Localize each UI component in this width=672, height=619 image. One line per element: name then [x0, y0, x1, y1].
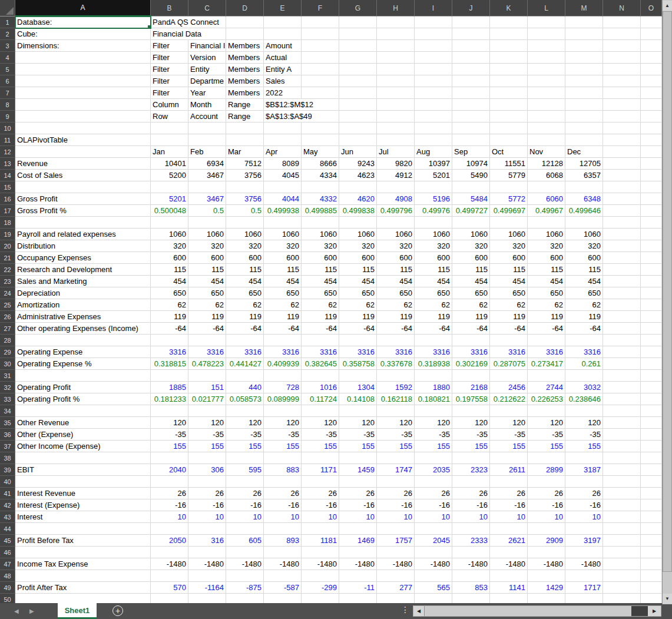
cell-F37[interactable]: 155 — [302, 441, 339, 452]
cell-B48[interactable] — [151, 570, 188, 582]
cell-L30[interactable]: 0.273417 — [528, 358, 565, 370]
cell-E49[interactable]: -587 — [264, 582, 302, 594]
cell-A19[interactable]: Payroll and related expenses — [15, 229, 151, 240]
cell-J11[interactable] — [452, 134, 490, 146]
cell-F1[interactable] — [302, 16, 339, 28]
cell-M43[interactable]: 10 — [565, 511, 603, 523]
row-header-9[interactable]: 9 — [0, 111, 15, 123]
cell-B7[interactable]: Filter — [151, 87, 188, 99]
cell-O29[interactable] — [641, 346, 662, 358]
cell-A39[interactable]: EBIT — [15, 464, 151, 476]
cell-B4[interactable]: Filter — [151, 52, 188, 64]
cell-A1[interactable]: Database: — [15, 16, 151, 28]
cell-E31[interactable] — [264, 370, 302, 382]
cell-A11[interactable]: OLAPivotTable — [15, 134, 151, 146]
cell-K15[interactable] — [490, 181, 528, 193]
cell-H18[interactable] — [377, 217, 415, 229]
column-header-B[interactable]: B — [151, 0, 188, 16]
column-header-N[interactable]: N — [603, 0, 641, 16]
cell-G13[interactable]: 9243 — [339, 158, 377, 170]
cell-M50[interactable] — [565, 594, 603, 603]
cell-M8[interactable] — [565, 99, 603, 111]
cell-D5[interactable]: Members — [226, 64, 264, 75]
row-header-42[interactable]: 42 — [0, 499, 15, 511]
cell-N49[interactable] — [603, 582, 641, 594]
cell-G1[interactable] — [339, 16, 377, 28]
row-header-19[interactable]: 19 — [0, 229, 15, 240]
cell-N33[interactable] — [603, 393, 641, 405]
cell-B32[interactable]: 1885 — [151, 382, 188, 393]
cell-M38[interactable] — [565, 452, 603, 464]
cell-B8[interactable]: Column — [151, 99, 188, 111]
cell-C19[interactable]: 1060 — [188, 229, 226, 240]
cell-D38[interactable] — [226, 452, 264, 464]
cell-B19[interactable]: 1060 — [151, 229, 188, 240]
select-all-button[interactable] — [0, 0, 15, 16]
cell-L49[interactable]: 1429 — [528, 582, 565, 594]
cell-C3[interactable]: Financial I — [188, 40, 226, 52]
cell-B3[interactable]: Filter — [151, 40, 188, 52]
cell-L38[interactable] — [528, 452, 565, 464]
cell-D30[interactable]: 0.441427 — [226, 358, 264, 370]
cell-C35[interactable]: 120 — [188, 417, 226, 429]
cell-M36[interactable]: -35 — [565, 429, 603, 441]
row-header-45[interactable]: 45 — [0, 535, 15, 547]
cell-H28[interactable] — [377, 335, 415, 346]
cell-E37[interactable]: 155 — [264, 441, 302, 452]
cell-A2[interactable]: Cube: — [15, 28, 151, 40]
cell-L42[interactable]: -16 — [528, 499, 565, 511]
cell-I6[interactable] — [415, 75, 452, 87]
cell-A28[interactable] — [15, 335, 151, 346]
cell-B42[interactable]: -16 — [151, 499, 188, 511]
cell-B25[interactable]: 62 — [151, 299, 188, 311]
cell-A41[interactable]: Interest Revenue — [15, 488, 151, 499]
cell-A14[interactable]: Cost of Sales — [15, 170, 151, 181]
cell-A15[interactable] — [15, 181, 151, 193]
cell-H6[interactable] — [377, 75, 415, 87]
cell-J38[interactable] — [452, 452, 490, 464]
cell-A40[interactable] — [15, 476, 151, 488]
cell-J10[interactable] — [452, 123, 490, 134]
row-header-13[interactable]: 13 — [0, 158, 15, 170]
cell-K27[interactable]: -64 — [490, 323, 528, 335]
cell-F10[interactable] — [302, 123, 339, 134]
cell-G15[interactable] — [339, 181, 377, 193]
cell-F3[interactable] — [302, 40, 339, 52]
cell-O49[interactable] — [641, 582, 662, 594]
cell-H1[interactable] — [377, 16, 415, 28]
cell-G32[interactable]: 1304 — [339, 382, 377, 393]
cell-O38[interactable] — [641, 452, 662, 464]
cell-D16[interactable]: 3756 — [226, 193, 264, 205]
cell-G21[interactable]: 600 — [339, 252, 377, 264]
cell-E38[interactable] — [264, 452, 302, 464]
cell-K21[interactable]: 600 — [490, 252, 528, 264]
cell-F13[interactable]: 8666 — [302, 158, 339, 170]
cell-J49[interactable]: 853 — [452, 582, 490, 594]
cell-O36[interactable] — [641, 429, 662, 441]
cell-E17[interactable]: 0.499938 — [264, 205, 302, 217]
cell-G47[interactable]: -1480 — [339, 558, 377, 570]
cell-D23[interactable]: 454 — [226, 276, 264, 287]
cell-C31[interactable] — [188, 370, 226, 382]
cell-K26[interactable]: 119 — [490, 311, 528, 323]
cell-N39[interactable] — [603, 464, 641, 476]
row-header-23[interactable]: 23 — [0, 276, 15, 287]
cell-E30[interactable]: 0.409939 — [264, 358, 302, 370]
cell-L31[interactable] — [528, 370, 565, 382]
cell-L28[interactable] — [528, 335, 565, 346]
cell-L37[interactable]: 155 — [528, 441, 565, 452]
cell-L9[interactable] — [528, 111, 565, 123]
cell-F17[interactable]: 0.499885 — [302, 205, 339, 217]
cell-M27[interactable]: -64 — [565, 323, 603, 335]
cell-O46[interactable] — [641, 547, 662, 558]
cell-D15[interactable] — [226, 181, 264, 193]
cell-H14[interactable]: 4912 — [377, 170, 415, 181]
cell-F5[interactable] — [302, 64, 339, 75]
cell-D37[interactable]: 155 — [226, 441, 264, 452]
cell-L16[interactable]: 6060 — [528, 193, 565, 205]
cell-L14[interactable]: 6068 — [528, 170, 565, 181]
cell-M30[interactable]: 0.261 — [565, 358, 603, 370]
cell-C8[interactable]: Month — [188, 99, 226, 111]
cell-D33[interactable]: 0.058573 — [226, 393, 264, 405]
cell-B50[interactable] — [151, 594, 188, 603]
